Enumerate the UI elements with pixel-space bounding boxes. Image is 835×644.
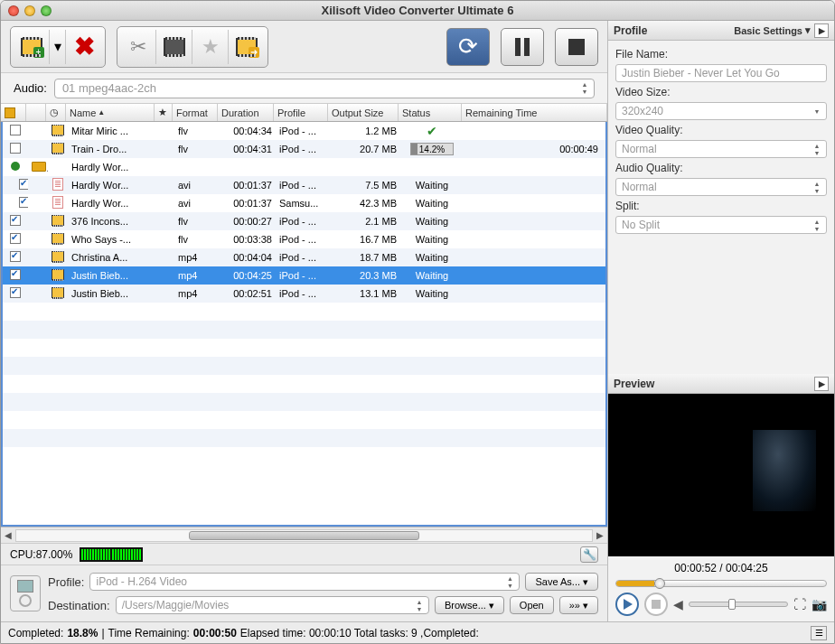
table-row[interactable]: Justin Bieb...mp400:04:25iPod - ...20.3 … <box>3 266 605 285</box>
cut-button[interactable]: ✂ <box>120 30 156 64</box>
table-row[interactable]: Hardly Wor...avi00:01:37Samsu...42.3 MBW… <box>3 194 605 212</box>
convert-button[interactable]: ⟳ <box>446 28 490 66</box>
document-icon <box>52 178 63 191</box>
row-checkbox[interactable] <box>10 251 21 262</box>
open-button[interactable]: Open <box>510 596 554 614</box>
transfer-button[interactable]: »»▾ <box>559 596 598 614</box>
scissors-icon: ✂ <box>130 35 146 59</box>
audioq-label: Audio Quality: <box>615 162 827 174</box>
row-checkbox[interactable] <box>10 125 21 135</box>
save-as-button[interactable]: Save As...▾ <box>525 573 598 591</box>
row-status: Waiting <box>400 216 464 227</box>
col-profile[interactable]: Profile <box>274 104 328 121</box>
stop-button[interactable] <box>555 28 598 66</box>
row-status: Waiting <box>400 180 464 191</box>
row-checkbox[interactable] <box>10 269 21 280</box>
settings-button[interactable]: 🔧 <box>580 546 598 563</box>
col-remaining[interactable]: Remaining Time <box>462 104 607 121</box>
snapshot-icon[interactable]: 📷 <box>812 597 827 611</box>
row-profile: iPod - ... <box>276 252 330 263</box>
row-checkbox[interactable] <box>19 179 28 190</box>
row-checkbox[interactable] <box>10 233 21 244</box>
preview-controls: 00:00:52 / 00:04:25 ◀ ⛶ 📷 <box>608 556 834 621</box>
col-status[interactable]: Status <box>399 104 462 121</box>
clip-button[interactable] <box>156 30 192 64</box>
browse-button[interactable]: Browse...▾ <box>435 596 504 614</box>
col-check[interactable] <box>1 104 26 121</box>
preview-collapse-button[interactable]: ▶ <box>814 377 829 391</box>
film-icon <box>52 215 64 226</box>
row-checkbox[interactable] <box>10 143 21 154</box>
row-profile: iPod - ... <box>276 234 330 245</box>
profile-select[interactable]: iPod - H.264 Video ▲▼ <box>89 573 520 591</box>
preview-stop-button[interactable] <box>644 593 668 616</box>
col-name[interactable]: Name▲ <box>66 104 155 121</box>
row-remaining: 00:00:49 <box>464 144 605 154</box>
destination-bar: Profile: iPod - H.264 Video ▲▼ Save As..… <box>1 565 607 621</box>
row-duration: 00:04:25 <box>220 270 276 281</box>
col-star[interactable]: ★ <box>155 104 173 121</box>
split-select[interactable]: No Split▲▼ <box>615 216 827 234</box>
profile-label: Profile: <box>48 575 84 589</box>
film-icon <box>52 269 64 280</box>
panel-collapse-button[interactable]: ▶ <box>814 23 829 38</box>
scroll-right-button[interactable]: ▶ <box>593 530 607 540</box>
settings-mode-dropdown[interactable]: Basic Settings▾ <box>734 24 811 36</box>
row-checkbox[interactable] <box>10 287 21 298</box>
preview-video[interactable] <box>608 394 834 556</box>
table-row[interactable]: Mitar Miric ...flv00:04:34iPod - ...1.2 … <box>3 122 605 140</box>
destination-label: Destination: <box>48 599 110 612</box>
preview-play-button[interactable] <box>615 593 639 616</box>
mute-icon[interactable]: ◀ <box>673 597 683 611</box>
h-scrollbar[interactable]: ◀ ▶ <box>1 527 607 543</box>
col-icon[interactable] <box>26 104 46 121</box>
film-merge-icon: ➜ <box>236 38 258 56</box>
stepper-icon: ▲▼ <box>412 598 427 614</box>
row-name: Christina A... <box>68 252 156 263</box>
fullscreen-icon[interactable]: ⛶ <box>793 597 806 611</box>
pause-button[interactable] <box>501 28 544 66</box>
remove-button[interactable]: ✖ <box>66 30 102 64</box>
row-profile: iPod - ... <box>276 144 330 154</box>
audioq-select[interactable]: Normal▲▼ <box>615 178 827 196</box>
audio-select[interactable]: 01 mpeg4aac-2ch ▲▼ <box>54 79 595 98</box>
row-format: flv <box>174 216 220 227</box>
col-format[interactable]: Format <box>173 104 218 121</box>
cpu-label: CPU:87.00% <box>10 548 72 561</box>
row-checkbox[interactable] <box>10 215 21 226</box>
table-row[interactable]: Christina A...mp400:04:04iPod - ...18.7 … <box>3 248 605 266</box>
effects-button[interactable]: ★ <box>192 30 229 64</box>
volume-slider[interactable] <box>689 602 788 607</box>
preview-title: Preview <box>614 378 654 390</box>
stepper-icon: ▲▼ <box>577 80 592 97</box>
table-row[interactable]: Hardly Wor...avi00:01:37iPod - ...7.5 MB… <box>3 176 605 194</box>
scroll-track[interactable] <box>15 529 593 542</box>
col-duration[interactable]: Duration <box>218 104 274 121</box>
col-clock[interactable]: ◷ <box>46 104 66 121</box>
cpu-bar: CPU:87.00% 🔧 <box>1 543 607 565</box>
row-name: Train - Dro... <box>68 144 156 154</box>
filename-field[interactable]: Justin Bieber - Never Let You Go <box>615 64 827 82</box>
table-row[interactable]: Hardly Wor... <box>3 158 605 176</box>
table-row[interactable]: Who Says -...flv00:03:38iPod - ...16.7 M… <box>3 230 605 248</box>
col-output-size[interactable]: Output Size <box>328 104 399 121</box>
add-file-button[interactable]: + <box>14 30 50 64</box>
chevron-right-icon: ▶ <box>819 379 825 388</box>
table-row[interactable]: 376 Incons...flv00:00:27iPod - ...2.1 MB… <box>3 212 605 230</box>
log-button[interactable]: ☰ <box>811 626 827 640</box>
videoq-select[interactable]: Normal▲▼ <box>615 140 827 158</box>
add-file-dropdown[interactable]: ▾ <box>50 30 66 64</box>
film-icon <box>164 38 185 56</box>
wrench-icon: 🔧 <box>583 548 596 561</box>
file-table: ◷ Name▲ ★ Format Duration Profile Output… <box>1 104 607 543</box>
table-row[interactable]: Train - Dro...flv00:04:31iPod - ...20.7 … <box>3 140 605 158</box>
preview-timecode: 00:00:52 / 00:04:25 <box>615 562 827 574</box>
destination-field[interactable]: /Users/Maggie/Movies ▲▼ <box>116 596 429 614</box>
merge-button[interactable]: ➜ <box>229 30 265 64</box>
scroll-left-button[interactable]: ◀ <box>1 530 15 540</box>
table-row[interactable]: Justin Bieb...mp400:02:51iPod - ...13.1 … <box>3 285 605 303</box>
scroll-thumb[interactable] <box>189 531 419 540</box>
preview-seek-slider[interactable] <box>615 580 827 587</box>
row-checkbox[interactable] <box>19 197 28 208</box>
videosize-select[interactable]: 320x240▼ <box>615 102 827 120</box>
